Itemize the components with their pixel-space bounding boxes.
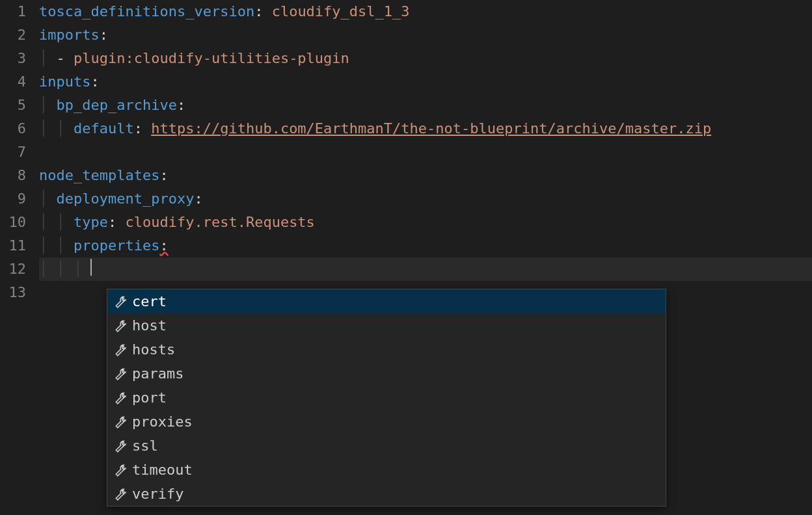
code-line[interactable]: │ │ default: https://github.com/Earthman… <box>39 117 812 140</box>
autocomplete-item-label: ssl <box>132 434 158 458</box>
colon: : <box>100 27 108 43</box>
autocomplete-item-label: params <box>132 362 183 386</box>
colon: : <box>177 97 185 113</box>
code-line[interactable]: │ │ type: cloudify.rest.Requests <box>39 211 812 234</box>
colon: : <box>254 3 263 20</box>
autocomplete-item[interactable]: verify <box>107 482 666 506</box>
autocomplete-item-label: port <box>132 386 167 410</box>
indent-guide: │ │ │ <box>39 261 90 277</box>
line-number: 13 <box>0 281 26 304</box>
yaml-value: plugin:cloudify-utilities-plugin <box>74 50 349 66</box>
line-number: 2 <box>0 23 26 47</box>
autocomplete-item[interactable]: port <box>107 386 666 410</box>
autocomplete-item[interactable]: hosts <box>107 337 666 362</box>
yaml-key: imports <box>39 27 100 43</box>
autocomplete-popup[interactable]: certhosthostsparamsportproxiesssltimeout… <box>107 289 666 507</box>
colon: : <box>90 73 99 90</box>
colon: : <box>194 191 202 207</box>
yaml-key: bp_dep_archive <box>57 97 177 113</box>
wrench-icon <box>113 295 127 309</box>
yaml-key: inputs <box>39 73 90 90</box>
code-line[interactable]: │ - plugin:cloudify-utilities-plugin <box>39 47 812 70</box>
colon: : <box>159 167 168 183</box>
wrench-icon <box>113 343 127 357</box>
code-line[interactable]: │ deployment_proxy: <box>39 187 812 211</box>
code-line[interactable]: inputs: <box>39 70 812 94</box>
code-line[interactable]: │ bp_dep_archive: <box>39 94 812 117</box>
dash: - <box>57 50 74 66</box>
yaml-key: properties <box>74 237 159 254</box>
line-number: 10 <box>0 211 26 234</box>
line-number-gutter: 1 2 3 4 5 6 7 8 9 10 11 12 13 <box>0 0 39 515</box>
url-link[interactable]: https://github.com/EarthmanT/the-not-blu… <box>151 120 711 137</box>
line-number: 4 <box>0 70 26 94</box>
autocomplete-item[interactable]: proxies <box>107 410 666 434</box>
autocomplete-item-label: host <box>132 314 167 337</box>
indent-guide: │ │ <box>39 237 74 254</box>
indent-guide: │ <box>39 50 57 66</box>
autocomplete-item[interactable]: ssl <box>107 434 666 458</box>
yaml-key: type <box>74 214 108 230</box>
autocomplete-item[interactable]: host <box>107 313 666 337</box>
code-line[interactable]: node_templates: <box>39 164 812 187</box>
indent-guide: │ │ <box>39 120 74 137</box>
indent-guide: │ <box>39 97 57 113</box>
yaml-value: cloudify_dsl_1_3 <box>272 3 410 20</box>
code-line[interactable]: │ │ properties: <box>39 234 812 258</box>
yaml-value: cloudify.rest.Requests <box>125 214 314 230</box>
indent-guide: │ <box>39 191 57 207</box>
autocomplete-item-label: hosts <box>132 338 175 362</box>
colon: : <box>134 120 142 137</box>
yaml-key: default <box>74 120 134 137</box>
autocomplete-item[interactable]: timeout <box>107 458 666 482</box>
text-cursor <box>90 259 92 276</box>
yaml-key: deployment_proxy <box>57 191 195 207</box>
error-squiggle: : <box>159 237 168 254</box>
autocomplete-item-label: verify <box>132 482 183 506</box>
autocomplete-item-label: proxies <box>132 410 193 434</box>
line-number: 5 <box>0 94 26 117</box>
code-line[interactable]: tosca_definitions_version: cloudify_dsl_… <box>39 0 812 23</box>
code-line[interactable] <box>39 140 812 164</box>
code-line-active[interactable]: │ │ │ <box>39 258 812 281</box>
yaml-key: node_templates <box>39 167 159 183</box>
wrench-icon <box>113 439 127 453</box>
autocomplete-item-label: timeout <box>132 458 193 482</box>
line-number: 7 <box>0 140 26 164</box>
colon: : <box>108 214 116 230</box>
autocomplete-item-label: cert <box>132 290 167 313</box>
line-number: 12 <box>0 258 26 281</box>
wrench-icon <box>113 415 127 429</box>
line-number: 1 <box>0 0 26 23</box>
autocomplete-item[interactable]: cert <box>107 289 666 313</box>
wrench-icon <box>113 391 127 405</box>
wrench-icon <box>113 367 127 381</box>
wrench-icon <box>113 487 127 501</box>
wrench-icon <box>113 463 127 477</box>
yaml-key: tosca_definitions_version <box>39 3 254 20</box>
code-line[interactable]: imports: <box>39 23 812 47</box>
line-number: 6 <box>0 117 26 140</box>
line-number: 3 <box>0 47 26 70</box>
autocomplete-item[interactable]: params <box>107 362 666 386</box>
line-number: 8 <box>0 164 26 187</box>
line-number: 9 <box>0 187 26 211</box>
line-number: 11 <box>0 234 26 258</box>
wrench-icon <box>113 319 127 333</box>
indent-guide: │ │ <box>39 214 74 230</box>
